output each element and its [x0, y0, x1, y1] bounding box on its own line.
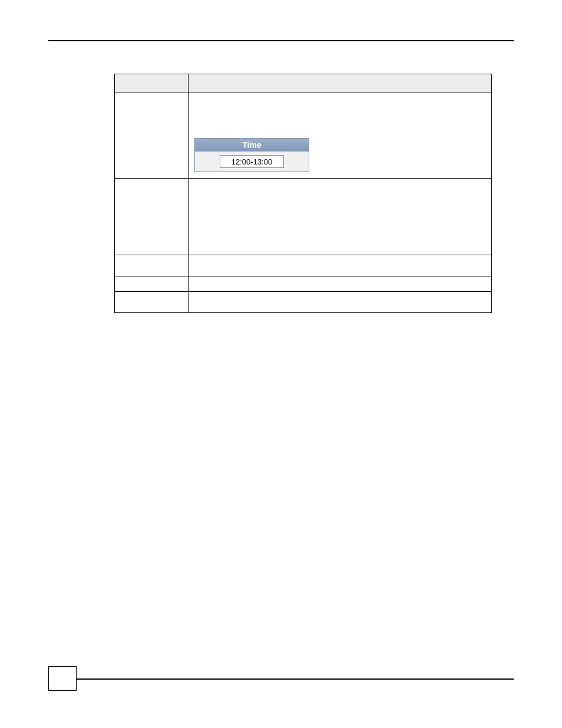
footer-rule [48, 678, 514, 680]
cell-value [189, 276, 492, 292]
cell-label [115, 179, 189, 255]
page: Time [0, 0, 562, 728]
cell-label [115, 255, 189, 276]
cell-label [115, 292, 189, 313]
main-table: Time [114, 74, 492, 313]
header-rule [48, 40, 514, 41]
table-row [115, 255, 492, 276]
cell-label [115, 93, 189, 179]
content-area: Time [114, 74, 491, 313]
cell-value [189, 179, 492, 255]
time-widget: Time [194, 138, 309, 172]
page-number-badge [48, 666, 77, 691]
cell-value: Time [189, 93, 492, 179]
table-row [115, 179, 492, 255]
time-widget-title: Time [195, 139, 309, 151]
table-header-col2 [189, 74, 492, 93]
time-widget-body [195, 151, 309, 172]
time-input[interactable] [220, 155, 284, 168]
cell-value [189, 292, 492, 313]
table-row: Time [115, 93, 492, 179]
cell-label [115, 276, 189, 292]
table-row [115, 292, 492, 313]
cell-value [189, 255, 492, 276]
table-header-col1 [115, 74, 189, 93]
table-row [115, 276, 492, 292]
table-header-row [115, 74, 492, 93]
